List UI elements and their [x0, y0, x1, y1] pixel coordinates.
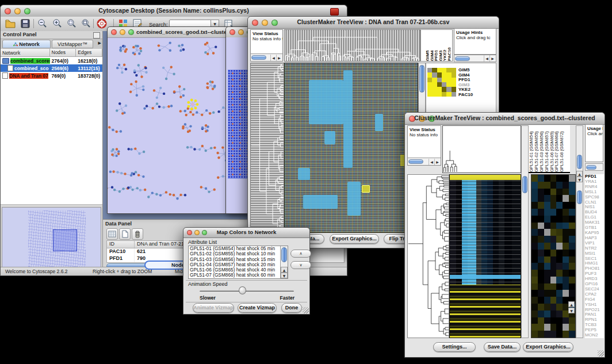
column-label[interactable]: PAC10	[446, 35, 451, 61]
create-vizmap-button[interactable]: Create Vizmap	[238, 303, 277, 313]
tv2-status-scrollbar[interactable]: ◀ ▶	[408, 158, 441, 165]
column-label[interactable]: GPL51-07 (GSM868)	[554, 127, 559, 172]
resize-grip[interactable]	[598, 350, 604, 357]
save-icon[interactable]	[20, 18, 30, 29]
tv2-labels-vscrollbar[interactable]: ▲ ▼	[576, 125, 583, 338]
col-edges[interactable]: Edges	[76, 49, 102, 56]
tv2-row-labels[interactable]: PFD1YRA1RNR4MSL1SPC98CLN1NIS1BUD4ELG1MAK…	[585, 174, 604, 338]
tv2-zoom-heatmap[interactable]	[531, 174, 576, 338]
resize-grip[interactable]	[303, 307, 309, 313]
tv2-heatmap[interactable]	[449, 174, 521, 338]
main-titlebar[interactable]: Cytoscape Desktop (Session Name: collins…	[1, 5, 347, 17]
new-attribute-icon[interactable]	[119, 228, 131, 240]
scroll-right-icon[interactable]: ▶	[489, 55, 495, 62]
row-label[interactable]: PAC10	[458, 93, 473, 98]
overview-viewport-rect[interactable]	[53, 229, 77, 251]
column-label[interactable]: GPL51-04 (GSM857)	[544, 127, 549, 172]
tv1-row-dendrogram[interactable]	[250, 63, 284, 233]
zoom-in-icon[interactable]	[52, 18, 62, 29]
tv2-export-graphics-button[interactable]: Export Graphics...	[523, 342, 573, 352]
row-label[interactable]: MON2	[585, 333, 604, 338]
scroll-down-icon[interactable]: ▼	[568, 308, 575, 313]
tab-vizmapper[interactable]: VizMapper™	[52, 40, 93, 48]
select-attributes-icon[interactable]	[106, 228, 118, 240]
close-button[interactable]	[111, 29, 117, 35]
tv2-column-labels[interactable]: GPL51-01 (GSM854)GPL51-02 (GSM855)GPL51-…	[529, 125, 570, 173]
tv1-status-scrollbar[interactable]: ◀ ▶	[251, 53, 282, 61]
help-lifering-icon[interactable]	[97, 18, 107, 29]
tv2-save-data-button[interactable]: Save Data...	[484, 342, 521, 352]
scroll-left-icon[interactable]: ◀	[484, 55, 489, 62]
column-label[interactable]: YKE2	[442, 35, 446, 61]
tv1-heatmap[interactable]	[284, 63, 418, 233]
scroll-thumb[interactable]	[251, 55, 266, 60]
attribute-list[interactable]: GPL51-01 (GSM854) heat shock 05 minGPL51…	[188, 246, 288, 279]
tv2-column-dendrogram[interactable]	[442, 125, 521, 173]
scroll-thumb[interactable]	[577, 155, 582, 169]
column-label[interactable]: PFD1	[433, 35, 438, 61]
scroll-thumb[interactable]	[586, 165, 596, 170]
treeview1-titlebar[interactable]: ClusterMaker TreeView : DNA and Tran 07-…	[248, 17, 499, 29]
tv1-row-labels[interactable]: GIM5GIM4PFD1GIM3YKE2PAC10	[458, 68, 473, 97]
column-label[interactable]: GIM4	[429, 35, 434, 61]
treeview2-titlebar[interactable]: ClusterMaker TreeView : combined_scores_…	[405, 113, 605, 125]
scroll-right-icon[interactable]: ▶	[276, 55, 282, 61]
minimize-button[interactable]	[238, 29, 244, 35]
zoom-selected-icon[interactable]	[66, 18, 76, 29]
done-button[interactable]: Done	[281, 303, 302, 313]
network-row-selected[interactable]: combined_sco 2569(6) 13112(15)	[1, 64, 102, 72]
scroll-thumb[interactable]	[522, 176, 527, 193]
animate-vizmap-button[interactable]: Animate Vizmap	[193, 303, 234, 313]
zoom-fit-icon[interactable]	[81, 18, 91, 29]
delete-attribute-icon[interactable]	[132, 228, 143, 240]
network-row[interactable]: combined_scores 2764(0) 16218(0)	[1, 57, 102, 64]
network-overview[interactable]	[2, 207, 101, 271]
scroll-up-icon[interactable]: ▲	[281, 267, 288, 273]
scroll-thumb[interactable]	[281, 247, 287, 262]
attribute-item[interactable]: GPL51-07 (GSM868) heat shock 60 min	[189, 273, 281, 278]
tv2-settings-button[interactable]: Settings...	[433, 342, 476, 352]
attribute-list-vscrollbar[interactable]: ▲ ▼	[280, 246, 288, 278]
float-panel-icon[interactable]	[93, 32, 100, 39]
tv1-hints-scrollbar[interactable]: ◀ ▶	[454, 55, 496, 62]
scroll-up-icon[interactable]: ▲	[576, 171, 583, 177]
column-label[interactable]: GIM5	[424, 35, 429, 61]
scroll-thumb[interactable]	[408, 159, 423, 164]
scroll-down-icon[interactable]: ▼	[281, 273, 288, 278]
move-up-button[interactable]: ∧	[290, 250, 311, 258]
move-down-button[interactable]: ∨	[290, 261, 311, 269]
tv2-row-dendrogram[interactable]	[407, 174, 449, 338]
scroll-right-icon[interactable]: ▶	[434, 159, 440, 165]
slider-thumb[interactable]	[239, 286, 246, 294]
animation-speed-slider[interactable]	[200, 290, 294, 292]
column-label[interactable]: GPL51-02 (GSM855)	[534, 127, 539, 172]
column-label[interactable]: GPL51-08 (GSM872)	[559, 127, 564, 172]
minimize-button[interactable]	[120, 29, 125, 35]
column-label[interactable]: GPL51-01 (GSM854)	[529, 127, 534, 172]
tab-network[interactable]: Network	[2, 40, 51, 48]
scroll-thumb[interactable]	[455, 56, 470, 61]
scroll-left-icon[interactable]: ◀	[429, 159, 434, 165]
zoom-button[interactable]	[128, 29, 134, 35]
scroll-thumb[interactable]	[419, 65, 424, 93]
tv2-heatmap-vscrollbar[interactable]	[521, 125, 529, 338]
tv1-export-graphics-button[interactable]: Export Graphics...	[330, 234, 379, 244]
zoom-out-icon[interactable]	[37, 18, 47, 29]
scroll-down-icon[interactable]: ▼	[576, 177, 583, 182]
scroll-up-icon[interactable]: ▲	[568, 301, 575, 307]
tv1-column-labels[interactable]: GIM5GIM4PFD1GIM3YKE2PAC10	[420, 29, 453, 62]
scroll-left-icon[interactable]: ◀	[270, 55, 276, 61]
col-network[interactable]: Network	[1, 49, 50, 56]
tv1-column-dendrogram[interactable]	[284, 29, 420, 62]
col-id[interactable]: ID	[107, 241, 135, 248]
tv1-zoom-heatmap[interactable]	[427, 68, 456, 97]
col-nodes[interactable]: Nodes	[50, 49, 76, 56]
close-button[interactable]	[230, 29, 235, 35]
scroll-thumb[interactable]	[577, 190, 582, 204]
column-label[interactable]: GIM3	[438, 35, 442, 61]
tv2-hints-scrollbar[interactable]	[585, 163, 603, 171]
column-label[interactable]: GPL51-03 (GSM856)	[539, 127, 544, 172]
tab-overflow-icon[interactable]: ▶	[98, 41, 101, 45]
open-file-icon[interactable]	[5, 18, 16, 29]
dialog-titlebar[interactable]: Map Colors to Network	[183, 228, 309, 238]
